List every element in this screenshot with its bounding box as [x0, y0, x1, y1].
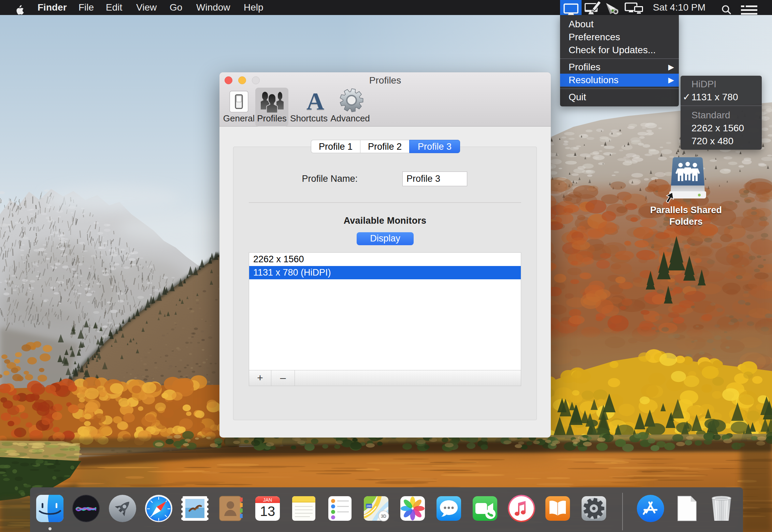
svg-text:3D: 3D [381, 514, 386, 519]
svg-text:280: 280 [366, 504, 371, 508]
svg-text:13: 13 [260, 504, 275, 519]
svg-text:JAN: JAN [263, 497, 272, 503]
